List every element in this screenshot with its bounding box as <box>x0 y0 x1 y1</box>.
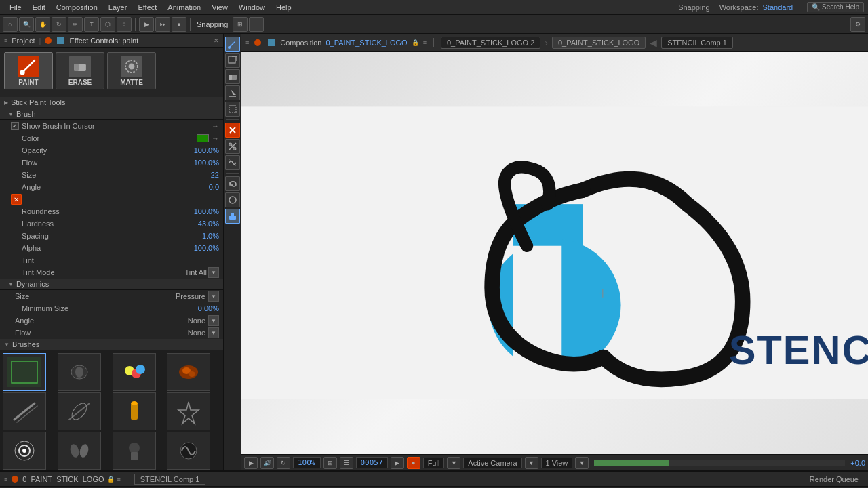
viewer-audio-btn[interactable]: 🔊 <box>260 457 274 469</box>
dynamics-angle-dd[interactable]: ▼ <box>208 315 219 326</box>
roundness-value[interactable]: 100.0% <box>165 207 219 216</box>
comp-tab-logo[interactable]: 0_PAINT_STICK_LOGO <box>552 37 646 49</box>
brush-thumb-4[interactable] <box>167 353 210 391</box>
viewer-play-btn[interactable]: ▶ <box>244 457 258 469</box>
brushes-header[interactable]: ▼ Brushes <box>0 339 223 350</box>
tool-paint-brush[interactable] <box>225 37 240 52</box>
toolbar-extras[interactable]: ☰ <box>249 17 264 32</box>
comp-name-active[interactable]: 0_PAINT_STICK_LOGO <box>326 39 407 47</box>
search-help[interactable]: 🔍 Search Help <box>807 2 864 12</box>
viewer-fit-btn[interactable]: ⊞ <box>323 457 337 469</box>
tl-lock-icon[interactable]: 🔒 <box>107 476 115 483</box>
tab-matte[interactable]: MATTE <box>107 52 156 89</box>
toolbar-rotate[interactable]: ↻ <box>52 17 66 32</box>
hardness-value[interactable]: 43.0% <box>165 220 219 228</box>
brush-thumb-1[interactable] <box>3 353 46 391</box>
zoom-display[interactable]: 100% <box>293 457 321 468</box>
brush-thumb-3[interactable] <box>113 353 156 391</box>
flow-value[interactable]: 100.0% <box>165 159 219 167</box>
toolbar-play[interactable]: ▶ <box>139 17 154 32</box>
toolbar-settings[interactable]: ⚙ <box>850 17 865 32</box>
opacity-value[interactable]: 100.0% <box>165 146 219 155</box>
camera-display[interactable]: Active Camera <box>463 458 521 468</box>
brush-thumb-8[interactable] <box>167 392 210 430</box>
dynamics-flow-value[interactable]: None <box>151 329 205 337</box>
toolbar-shape[interactable]: ⬡ <box>100 17 115 32</box>
x-button[interactable]: ✕ <box>11 194 22 205</box>
brush-thumb-11[interactable] <box>113 432 156 470</box>
brush-thumb-9[interactable] <box>3 432 46 470</box>
comp-lock[interactable]: 🔒 <box>412 39 419 46</box>
toolbar-home[interactable]: ⌂ <box>3 17 18 32</box>
alpha-value[interactable]: 100.0% <box>165 244 219 252</box>
tool-clone[interactable] <box>225 53 240 68</box>
toolbar-pen[interactable]: ✏ <box>68 17 83 32</box>
menu-edit[interactable]: Edit <box>27 0 51 15</box>
menu-window[interactable]: Window <box>233 0 271 15</box>
render-queue-btn[interactable]: Render Queue <box>804 475 864 483</box>
view-display[interactable]: 1 View <box>541 458 573 468</box>
tab-erase[interactable]: ERASE <box>56 52 104 89</box>
tool-circle-select[interactable] <box>225 192 240 207</box>
brush-thumb-7[interactable] <box>113 392 156 430</box>
viewer-record-btn[interactable]: ● <box>407 457 420 469</box>
brush-thumb-2[interactable] <box>58 353 101 391</box>
dynamics-size-value[interactable]: Pressure <box>151 292 205 300</box>
toolbar-zoom[interactable]: 🔍 <box>19 17 34 32</box>
tl-settings-icon[interactable]: ≡ <box>117 476 121 483</box>
menu-help[interactable]: Help <box>271 0 297 15</box>
brush-thumb-6[interactable] <box>58 392 101 430</box>
panel-close[interactable]: ✕ <box>214 37 219 44</box>
tl-menu-btn[interactable]: ≡ <box>4 476 7 483</box>
menu-composition[interactable]: Composition <box>51 0 103 15</box>
size-value[interactable]: 22 <box>165 171 219 179</box>
tl-stencil-tab[interactable]: STENCIL Comp 1 <box>134 474 206 485</box>
toolbar-snap-toggle[interactable]: ⊞ <box>233 17 248 32</box>
dynamics-header[interactable]: ▼ Dynamics <box>0 279 223 290</box>
tool-eraser[interactable] <box>225 69 240 84</box>
stick-paint-tools-header[interactable]: ▶ Stick Paint Tools <box>0 97 223 108</box>
tool-x-remove[interactable] <box>225 123 240 138</box>
comp-settings-btn[interactable]: ≡ <box>423 39 427 46</box>
viewer-view-options[interactable]: ▼ <box>575 457 589 469</box>
tint-mode-dropdown[interactable]: ▼ <box>208 267 219 278</box>
menu-animation[interactable]: Animation <box>162 0 206 15</box>
tab-paint[interactable]: PAINT <box>4 52 53 89</box>
panel-menu-btn[interactable]: ≡ <box>4 37 7 44</box>
toolbar-puppet[interactable]: ☆ <box>117 17 132 32</box>
tool-fill[interactable] <box>225 85 240 100</box>
toolbar-record[interactable]: ● <box>172 17 186 32</box>
project-label[interactable]: Project <box>12 37 35 45</box>
comp-menu-btn[interactable]: ≡ <box>245 39 249 46</box>
dynamics-minsize-value[interactable]: 0.00% <box>165 304 219 312</box>
dynamics-size-dd[interactable]: ▼ <box>208 291 219 302</box>
dynamics-flow-dd[interactable]: ▼ <box>208 327 219 338</box>
viewer-loop-btn[interactable]: ↻ <box>277 457 290 469</box>
tool-stamp[interactable] <box>225 209 240 224</box>
brush-thumb-5[interactable] <box>3 392 46 430</box>
tool-x-scissors[interactable] <box>225 139 240 154</box>
frame-display[interactable]: 00057 <box>356 457 388 468</box>
menu-view[interactable]: View <box>206 0 233 15</box>
viewer-frame-options[interactable]: ▶ <box>391 457 404 469</box>
show-brush-toggle[interactable]: ✓ <box>11 122 19 130</box>
toolbar-step[interactable]: ⏭ <box>155 17 170 32</box>
viewer-res-options[interactable]: ▼ <box>447 457 460 469</box>
toolbar-hand[interactable]: ✋ <box>35 17 50 32</box>
menu-layer[interactable]: Layer <box>103 0 133 15</box>
workspace-value[interactable]: Standard <box>763 3 793 12</box>
menu-effect[interactable]: Effect <box>132 0 162 15</box>
color-swatch[interactable] <box>197 134 209 142</box>
tool-undo[interactable] <box>225 176 240 191</box>
brush-header[interactable]: ▼ Brush <box>0 108 223 120</box>
comp-tab-logo2[interactable]: 0_PAINT_STICK_LOGO 2 <box>441 37 540 49</box>
tool-select[interactable] <box>225 102 240 117</box>
viewer-zoom-options[interactable]: ☰ <box>340 457 353 469</box>
tool-warp[interactable] <box>225 155 240 170</box>
toolbar-text[interactable]: T <box>84 17 99 32</box>
spacing-value[interactable]: 1.0% <box>165 232 219 240</box>
brush-thumb-12[interactable] <box>167 432 210 470</box>
brush-thumb-10[interactable] <box>58 432 101 470</box>
angle-value[interactable]: 0.0 <box>165 183 219 191</box>
viewer-camera-options[interactable]: ▼ <box>525 457 538 469</box>
